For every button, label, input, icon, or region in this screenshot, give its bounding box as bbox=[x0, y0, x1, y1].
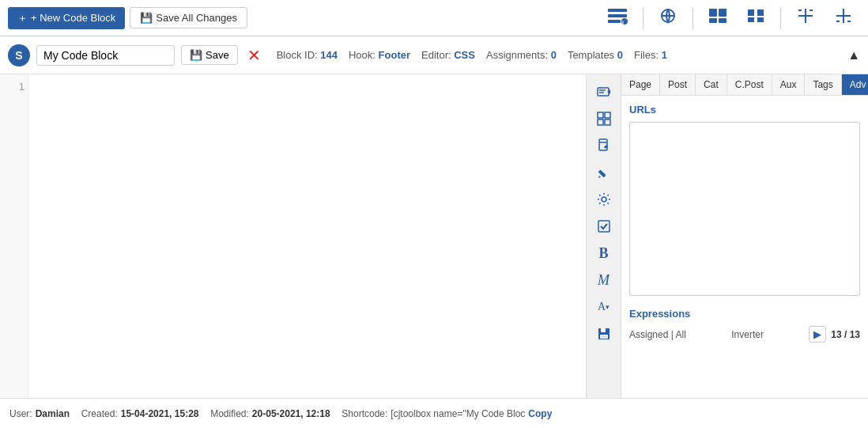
expressions-section-title: Expressions bbox=[629, 308, 860, 320]
urls-section-title: URLs bbox=[629, 104, 860, 116]
block-id-label: Block ID: 144 bbox=[277, 49, 338, 61]
toolbar-icon-4[interactable] bbox=[739, 4, 772, 32]
plus-icon: ＋ bbox=[17, 11, 28, 25]
new-code-block-label: + New Code Block bbox=[31, 12, 115, 24]
new-code-block-button[interactable]: ＋ + New Code Block bbox=[8, 7, 125, 29]
file-edit-button[interactable] bbox=[590, 133, 618, 158]
insert-arrow-button[interactable] bbox=[590, 79, 618, 104]
modified-date: 20-05-2021, 12:18 bbox=[252, 408, 330, 419]
modified-label: Modified: bbox=[210, 408, 249, 419]
assigned-label: Assigned | All bbox=[629, 329, 686, 340]
svg-rect-13 bbox=[748, 17, 754, 22]
right-panel: Page Post Cat C.Post Aux Tags Adv URLs E… bbox=[621, 74, 868, 398]
toolbar-icon-2[interactable] bbox=[651, 4, 685, 32]
block-meta: Block ID: 144 Hook: Footer Editor: CSS A… bbox=[277, 49, 667, 61]
assignments-label: Assignments: 0 bbox=[486, 49, 557, 61]
tab-aux[interactable]: Aux bbox=[772, 74, 806, 95]
editor-link[interactable]: CSS bbox=[454, 49, 475, 61]
cancel-block-button[interactable]: ✕ bbox=[244, 46, 264, 65]
svg-rect-27 bbox=[598, 112, 603, 118]
tab-page[interactable]: Page bbox=[621, 74, 660, 95]
user-label: User: bbox=[9, 408, 32, 419]
tab-cpost[interactable]: C.Post bbox=[727, 74, 772, 95]
svg-rect-31 bbox=[599, 139, 607, 150]
status-bar: User: Damian Created: 15-04-2021, 15:28 … bbox=[0, 398, 868, 428]
files-link[interactable]: 1 bbox=[662, 49, 667, 61]
svg-rect-23 bbox=[598, 88, 609, 96]
main-area: 1 B M A▾ Page Post Ca bbox=[0, 74, 868, 398]
toolbar-icon-3[interactable] bbox=[701, 4, 734, 32]
svg-rect-37 bbox=[601, 328, 606, 332]
save-all-changes-button[interactable]: 💾 Save All Changes bbox=[130, 7, 247, 28]
cancel-icon: ✕ bbox=[247, 47, 261, 64]
svg-rect-35 bbox=[598, 221, 609, 232]
pencil-button[interactable] bbox=[590, 160, 618, 185]
floppy-save-icon: 💾 bbox=[140, 12, 153, 24]
right-panel-body: URLs Expressions Assigned | All Inverter… bbox=[621, 96, 868, 398]
block-id-link[interactable]: 144 bbox=[320, 49, 338, 61]
tab-post[interactable]: Post bbox=[660, 74, 696, 95]
checkbox-button[interactable] bbox=[590, 214, 618, 239]
block-collapse-button[interactable]: ▲ bbox=[847, 48, 860, 62]
editor-area[interactable]: 1 bbox=[0, 74, 587, 398]
svg-rect-11 bbox=[748, 9, 754, 16]
block-logo: S bbox=[8, 44, 30, 66]
templates-label: Templates 0 bbox=[568, 49, 623, 61]
svg-rect-28 bbox=[605, 112, 610, 118]
assignments-link[interactable]: 0 bbox=[551, 49, 557, 61]
save-block-label: Save bbox=[206, 49, 229, 61]
all-link[interactable]: All bbox=[676, 329, 686, 340]
svg-rect-8 bbox=[719, 9, 726, 17]
files-label: Files: 1 bbox=[634, 49, 667, 61]
svg-rect-0 bbox=[608, 9, 627, 12]
svg-rect-9 bbox=[709, 18, 717, 23]
svg-text:i: i bbox=[622, 20, 624, 25]
a-caret-button[interactable]: A▾ bbox=[590, 294, 618, 320]
expressions-count: 13 / 13 bbox=[831, 329, 860, 340]
save-all-label: Save All Changes bbox=[156, 12, 237, 24]
save-block-button[interactable]: 💾 Save bbox=[181, 45, 238, 65]
expressions-prev-button[interactable]: ▶ bbox=[809, 326, 826, 343]
inverter-label: Inverter bbox=[731, 329, 764, 340]
assigned-link[interactable]: Assigned bbox=[629, 329, 668, 340]
block-header: S 💾 Save ✕ Block ID: 144 Hook: Footer Ed… bbox=[0, 36, 868, 74]
line-numbers: 1 bbox=[0, 74, 28, 398]
toolbar-divider-3 bbox=[780, 7, 781, 29]
templates-link[interactable]: 0 bbox=[617, 49, 623, 61]
save-disk-button[interactable] bbox=[590, 321, 618, 347]
tab-adv[interactable]: Adv bbox=[842, 74, 868, 95]
expressions-nav: ▶ 13 / 13 bbox=[809, 326, 860, 343]
user-name: Damian bbox=[36, 408, 70, 419]
copy-link[interactable]: Copy bbox=[528, 408, 552, 419]
hook-label: Hook: Footer bbox=[349, 49, 410, 61]
tabs-row: Page Post Cat C.Post Aux Tags Adv bbox=[621, 74, 868, 96]
toolbar-icon-1[interactable]: i bbox=[600, 4, 635, 32]
side-toolbar: B M A▾ bbox=[587, 74, 621, 398]
save-floppy-icon: 💾 bbox=[190, 49, 202, 61]
svg-rect-2 bbox=[608, 20, 621, 23]
tab-tags[interactable]: Tags bbox=[805, 74, 841, 95]
shortcode-label: Shortcode: bbox=[342, 408, 387, 419]
svg-rect-30 bbox=[605, 119, 610, 125]
toolbar-divider-1 bbox=[643, 7, 643, 29]
svg-rect-7 bbox=[709, 9, 717, 17]
line-number-1: 1 bbox=[3, 81, 25, 93]
top-toolbar: ＋ + New Code Block 💾 Save All Changes i bbox=[0, 0, 868, 36]
hook-link[interactable]: Footer bbox=[379, 49, 410, 61]
bold-button[interactable]: B bbox=[590, 241, 618, 266]
svg-rect-1 bbox=[608, 14, 627, 17]
toolbar-icon-5[interactable] bbox=[789, 4, 822, 32]
tab-cat[interactable]: Cat bbox=[696, 74, 727, 95]
urls-textarea[interactable] bbox=[629, 122, 860, 296]
grid-icon-button[interactable] bbox=[590, 106, 618, 131]
toolbar-icon-6[interactable] bbox=[827, 4, 860, 32]
m-button[interactable]: M bbox=[590, 267, 618, 293]
gear-button[interactable] bbox=[590, 187, 618, 212]
svg-rect-39 bbox=[601, 335, 607, 338]
svg-rect-14 bbox=[757, 17, 764, 22]
expressions-section: Expressions Assigned | All Inverter ▶ 13… bbox=[629, 308, 860, 343]
editor-label: Editor: CSS bbox=[421, 49, 475, 61]
block-name-input[interactable] bbox=[36, 45, 175, 66]
toolbar-divider-2 bbox=[693, 7, 693, 29]
svg-point-34 bbox=[602, 197, 606, 202]
